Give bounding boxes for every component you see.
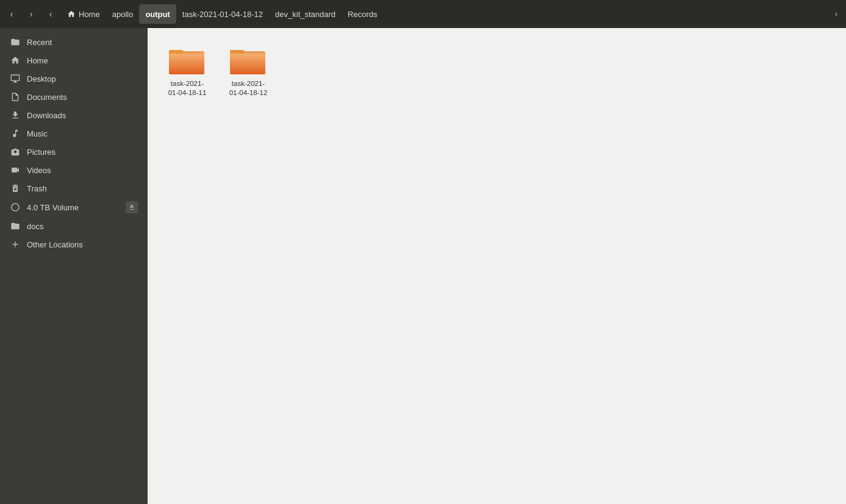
- sidebar-label-documents: Documents: [27, 93, 138, 102]
- folder-icon-1: [230, 45, 267, 77]
- sidebar-item-docs[interactable]: docs: [0, 217, 148, 235]
- breadcrumb-item-dev-kit-standard[interactable]: dev_kit_standard: [269, 4, 342, 24]
- file-label-0: task-2021-01-04-18-11: [168, 79, 207, 98]
- sidebar: RecentHomeDesktopDocumentsDownloadsMusic…: [0, 28, 148, 504]
- sidebar-label-home: Home: [27, 56, 138, 65]
- svg-rect-1: [169, 54, 204, 74]
- sidebar-label-trash: Trash: [27, 184, 138, 193]
- sidebar-label-docs: docs: [27, 222, 138, 231]
- trash-icon: [10, 183, 21, 194]
- desktop-icon: [10, 73, 21, 84]
- breadcrumb-more-button[interactable]: ›: [829, 7, 844, 21]
- file-item-0[interactable]: task-2021-01-04-18-11: [160, 40, 215, 102]
- sidebar-item-documents[interactable]: Documents: [0, 88, 148, 106]
- sidebar-label-videos: Videos: [27, 166, 138, 175]
- folder-icon: [10, 221, 21, 232]
- eject-button-volume[interactable]: [126, 201, 138, 213]
- forward-button[interactable]: ›: [22, 5, 40, 23]
- breadcrumb-item-apollo[interactable]: apollo: [106, 4, 140, 24]
- svg-rect-3: [230, 54, 265, 74]
- sidebar-item-recent[interactable]: Recent: [0, 33, 148, 51]
- file-area: task-2021-01-04-18-11 task-2021-01-04-18…: [148, 28, 846, 504]
- clock-icon: [10, 37, 21, 48]
- music-icon: [10, 128, 21, 139]
- camera-icon: [10, 146, 21, 157]
- home-icon: [67, 10, 76, 18]
- download-icon: [10, 110, 21, 121]
- file-label-1: task-2021-01-04-18-12: [229, 79, 268, 98]
- sidebar-label-recent: Recent: [27, 38, 138, 47]
- breadcrumb-item-records[interactable]: Records: [342, 4, 383, 24]
- sidebar-item-trash[interactable]: Trash: [0, 179, 148, 197]
- video-icon: [10, 165, 21, 176]
- back-button[interactable]: ‹: [2, 5, 21, 23]
- sidebar-item-home[interactable]: Home: [0, 51, 148, 69]
- document-icon: [10, 91, 21, 102]
- breadcrumb-bar: Homeapollooutputtask-2021-01-04-18-12dev…: [61, 4, 828, 24]
- sidebar-label-desktop: Desktop: [27, 74, 138, 83]
- toggle-sidebar-button[interactable]: ‹: [41, 5, 60, 23]
- file-item-1[interactable]: task-2021-01-04-18-12: [221, 40, 276, 102]
- sidebar-item-volume[interactable]: 4.0 TB Volume: [0, 197, 148, 217]
- drive-icon: [10, 202, 21, 213]
- main-layout: RecentHomeDesktopDocumentsDownloadsMusic…: [0, 28, 846, 504]
- sidebar-label-pictures: Pictures: [27, 147, 138, 157]
- folder-icon-0: [169, 45, 206, 77]
- breadcrumb-item-output[interactable]: output: [139, 4, 176, 24]
- sidebar-label-music: Music: [27, 129, 138, 138]
- breadcrumb-item-task-2021-01-04-18-12[interactable]: task-2021-01-04-18-12: [176, 4, 269, 24]
- sidebar-item-videos[interactable]: Videos: [0, 161, 148, 179]
- toolbar: ‹ › ‹ Homeapollooutputtask-2021-01-04-18…: [0, 0, 846, 28]
- sidebar-item-desktop[interactable]: Desktop: [0, 69, 148, 88]
- sidebar-item-music[interactable]: Music: [0, 124, 148, 143]
- sidebar-label-downloads: Downloads: [27, 111, 138, 120]
- breadcrumb-item-home[interactable]: Home: [61, 4, 106, 24]
- sidebar-item-downloads[interactable]: Downloads: [0, 106, 148, 124]
- sidebar-item-pictures[interactable]: Pictures: [0, 143, 148, 161]
- breadcrumb-label: Home: [79, 10, 100, 19]
- plus-icon: [10, 239, 21, 250]
- sidebar-label-other: Other Locations: [27, 240, 138, 249]
- sidebar-item-other[interactable]: Other Locations: [0, 235, 148, 254]
- sidebar-label-volume: 4.0 TB Volume: [27, 203, 120, 212]
- home-icon: [10, 55, 21, 66]
